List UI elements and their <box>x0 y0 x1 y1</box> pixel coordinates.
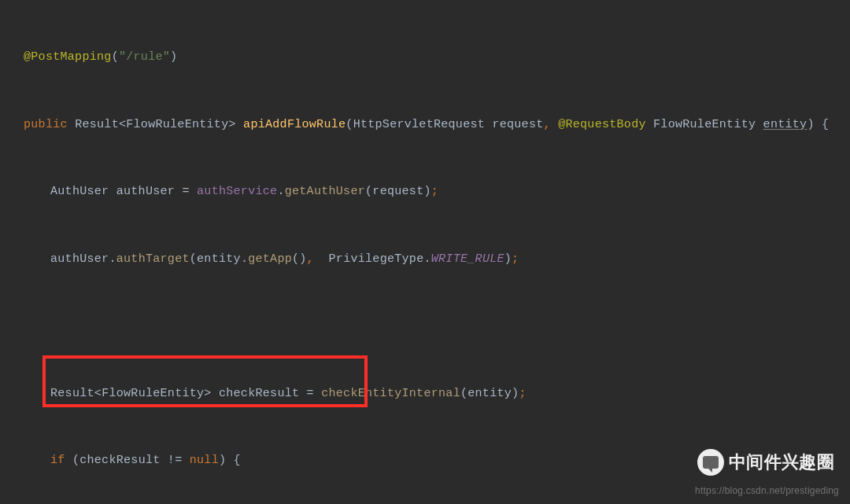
watermark-text: 中间件兴趣圈 <box>729 451 834 474</box>
watermark-logo: 中间件兴趣圈 <box>697 449 834 476</box>
code-line: Result<FlowRuleEntity> checkResult = che… <box>0 383 850 406</box>
code-line <box>0 315 850 338</box>
code-line: authUser.authTarget(entity.getApp(), Pri… <box>0 248 850 271</box>
code-line: @PostMapping("/rule") <box>0 46 850 69</box>
code-line: AuthUser authUser = authService.getAuthU… <box>0 181 850 204</box>
watermark-url: https://blog.csdn.net/prestigeding <box>695 485 839 496</box>
wechat-icon <box>697 449 724 476</box>
code-editor[interactable]: @PostMapping("/rule") public Result<Flow… <box>0 0 850 504</box>
code-line: public Result<FlowRuleEntity> apiAddFlow… <box>0 114 850 137</box>
